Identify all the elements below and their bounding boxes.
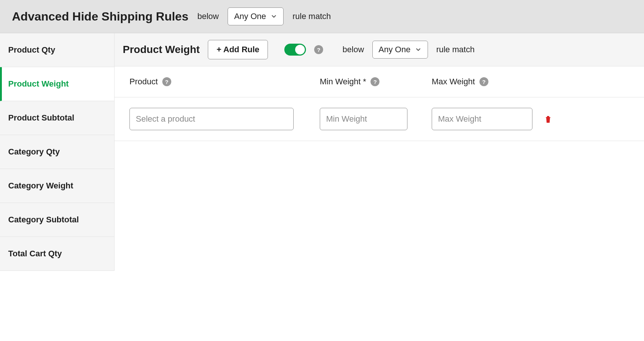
sidebar-item-label: Product Weight (8, 79, 69, 88)
panel-below-label: below (343, 45, 364, 54)
column-max-label: Max Weight (432, 77, 475, 87)
product-input[interactable] (129, 108, 294, 130)
page-title: Advanced Hide Shipping Rules (12, 10, 188, 24)
sidebar-item-category-weight[interactable]: Category Weight (0, 169, 114, 203)
sidebar-item-label: Product Subtotal (8, 113, 74, 122)
max-weight-input[interactable] (432, 108, 532, 130)
help-icon[interactable]: ? (314, 45, 323, 54)
sidebar-item-total-cart-qty[interactable]: Total Cart Qty (0, 237, 114, 271)
column-product: Product ? (129, 77, 320, 87)
rule-row (115, 97, 644, 141)
panel-match-select[interactable]: Any One (372, 41, 428, 59)
sidebar-item-label: Category Qty (8, 147, 60, 156)
column-product-label: Product (129, 77, 158, 87)
help-icon[interactable]: ? (479, 77, 488, 86)
toggle-knob (295, 45, 305, 54)
sidebar: Product Qty Product Weight Product Subto… (0, 33, 114, 271)
sidebar-item-product-weight[interactable]: Product Weight (0, 67, 114, 101)
add-rule-label: + Add Rule (216, 45, 259, 54)
column-min-label: Min Weight * (320, 77, 366, 87)
column-max-weight: Max Weight ? (432, 77, 544, 87)
panel-match-select-value: Any One (379, 45, 411, 54)
sidebar-item-label: Total Cart Qty (8, 249, 62, 258)
sidebar-item-category-subtotal[interactable]: Category Subtotal (0, 203, 114, 237)
enable-toggle[interactable] (284, 44, 306, 56)
min-weight-input[interactable] (320, 108, 407, 130)
sidebar-item-product-subtotal[interactable]: Product Subtotal (0, 101, 114, 135)
chevron-down-icon (415, 46, 422, 53)
sidebar-item-product-qty[interactable]: Product Qty (0, 33, 114, 67)
trash-icon[interactable] (544, 114, 553, 124)
sidebar-item-label: Category Subtotal (8, 215, 79, 224)
panel-rule-match-label: rule match (436, 45, 475, 54)
add-rule-button[interactable]: + Add Rule (208, 40, 268, 59)
header-match-select[interactable]: Any One (228, 7, 284, 25)
header-match-select-value: Any One (234, 12, 266, 21)
below-label: below (197, 12, 219, 21)
rule-match-label: rule match (293, 12, 331, 21)
help-icon[interactable]: ? (162, 77, 171, 86)
page-header: Advanced Hide Shipping Rules below Any O… (0, 0, 644, 33)
sidebar-item-label: Category Weight (8, 181, 73, 190)
help-icon[interactable]: ? (371, 77, 379, 86)
sidebar-item-category-qty[interactable]: Category Qty (0, 135, 114, 169)
sidebar-item-label: Product Qty (8, 45, 55, 54)
chevron-down-icon (271, 13, 277, 20)
panel-title: Product Weight (123, 44, 200, 56)
main-layout: Product Qty Product Weight Product Subto… (0, 33, 644, 271)
column-min-weight: Min Weight * ? (320, 77, 432, 87)
content-panel: Product Weight + Add Rule ? below Any On… (114, 33, 644, 271)
panel-match-group: below Any One rule match (343, 41, 475, 59)
content-header: Product Weight + Add Rule ? below Any On… (115, 33, 644, 66)
columns-header: Product ? Min Weight * ? Max Weight ? (115, 66, 644, 97)
